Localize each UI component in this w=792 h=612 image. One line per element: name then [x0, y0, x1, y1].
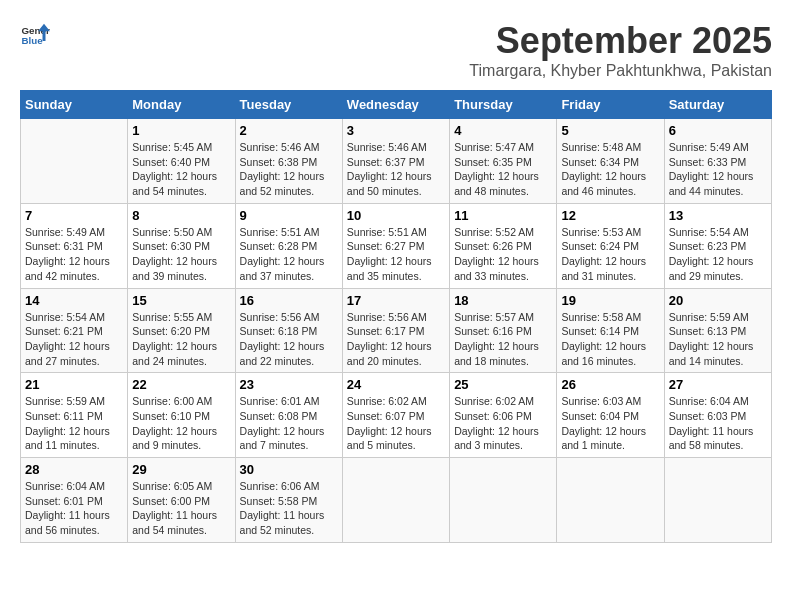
day-number: 4: [454, 123, 552, 138]
month-title: September 2025: [469, 20, 772, 62]
col-header-friday: Friday: [557, 91, 664, 119]
day-number: 27: [669, 377, 767, 392]
day-info: Sunrise: 5:58 AMSunset: 6:14 PMDaylight:…: [561, 310, 659, 369]
calendar-cell: 8Sunrise: 5:50 AMSunset: 6:30 PMDaylight…: [128, 203, 235, 288]
day-number: 9: [240, 208, 338, 223]
day-number: 28: [25, 462, 123, 477]
day-number: 26: [561, 377, 659, 392]
day-info: Sunrise: 5:54 AMSunset: 6:21 PMDaylight:…: [25, 310, 123, 369]
day-info: Sunrise: 5:45 AMSunset: 6:40 PMDaylight:…: [132, 140, 230, 199]
day-number: 13: [669, 208, 767, 223]
col-header-thursday: Thursday: [450, 91, 557, 119]
day-info: Sunrise: 5:57 AMSunset: 6:16 PMDaylight:…: [454, 310, 552, 369]
calendar-cell: 20Sunrise: 5:59 AMSunset: 6:13 PMDayligh…: [664, 288, 771, 373]
day-info: Sunrise: 5:49 AMSunset: 6:31 PMDaylight:…: [25, 225, 123, 284]
day-info: Sunrise: 5:46 AMSunset: 6:37 PMDaylight:…: [347, 140, 445, 199]
calendar-cell: 21Sunrise: 5:59 AMSunset: 6:11 PMDayligh…: [21, 373, 128, 458]
calendar-cell: 1Sunrise: 5:45 AMSunset: 6:40 PMDaylight…: [128, 119, 235, 204]
day-info: Sunrise: 5:54 AMSunset: 6:23 PMDaylight:…: [669, 225, 767, 284]
calendar-cell: 18Sunrise: 5:57 AMSunset: 6:16 PMDayligh…: [450, 288, 557, 373]
day-number: 14: [25, 293, 123, 308]
day-info: Sunrise: 5:46 AMSunset: 6:38 PMDaylight:…: [240, 140, 338, 199]
day-number: 10: [347, 208, 445, 223]
calendar-cell: 13Sunrise: 5:54 AMSunset: 6:23 PMDayligh…: [664, 203, 771, 288]
logo: General Blue: [20, 20, 50, 50]
day-info: Sunrise: 6:04 AMSunset: 6:01 PMDaylight:…: [25, 479, 123, 538]
calendar-cell: 26Sunrise: 6:03 AMSunset: 6:04 PMDayligh…: [557, 373, 664, 458]
day-number: 20: [669, 293, 767, 308]
title-area: September 2025 Timargara, Khyber Pakhtun…: [469, 20, 772, 80]
calendar-cell: 30Sunrise: 6:06 AMSunset: 5:58 PMDayligh…: [235, 458, 342, 543]
day-info: Sunrise: 5:47 AMSunset: 6:35 PMDaylight:…: [454, 140, 552, 199]
day-number: 21: [25, 377, 123, 392]
day-number: 2: [240, 123, 338, 138]
calendar-cell: 6Sunrise: 5:49 AMSunset: 6:33 PMDaylight…: [664, 119, 771, 204]
week-row-4: 21Sunrise: 5:59 AMSunset: 6:11 PMDayligh…: [21, 373, 772, 458]
col-header-monday: Monday: [128, 91, 235, 119]
day-info: Sunrise: 5:50 AMSunset: 6:30 PMDaylight:…: [132, 225, 230, 284]
header: General Blue September 2025 Timargara, K…: [20, 20, 772, 80]
calendar-cell: 11Sunrise: 5:52 AMSunset: 6:26 PMDayligh…: [450, 203, 557, 288]
calendar-cell: 3Sunrise: 5:46 AMSunset: 6:37 PMDaylight…: [342, 119, 449, 204]
day-number: 7: [25, 208, 123, 223]
calendar-cell: 15Sunrise: 5:55 AMSunset: 6:20 PMDayligh…: [128, 288, 235, 373]
calendar-cell: 7Sunrise: 5:49 AMSunset: 6:31 PMDaylight…: [21, 203, 128, 288]
calendar-cell: 29Sunrise: 6:05 AMSunset: 6:00 PMDayligh…: [128, 458, 235, 543]
day-info: Sunrise: 6:06 AMSunset: 5:58 PMDaylight:…: [240, 479, 338, 538]
day-number: 6: [669, 123, 767, 138]
day-info: Sunrise: 5:51 AMSunset: 6:27 PMDaylight:…: [347, 225, 445, 284]
calendar-cell: 16Sunrise: 5:56 AMSunset: 6:18 PMDayligh…: [235, 288, 342, 373]
day-number: 25: [454, 377, 552, 392]
day-info: Sunrise: 5:56 AMSunset: 6:17 PMDaylight:…: [347, 310, 445, 369]
subtitle: Timargara, Khyber Pakhtunkhwa, Pakistan: [469, 62, 772, 80]
day-number: 18: [454, 293, 552, 308]
day-number: 11: [454, 208, 552, 223]
day-info: Sunrise: 6:04 AMSunset: 6:03 PMDaylight:…: [669, 394, 767, 453]
day-number: 17: [347, 293, 445, 308]
day-info: Sunrise: 5:55 AMSunset: 6:20 PMDaylight:…: [132, 310, 230, 369]
week-row-1: 1Sunrise: 5:45 AMSunset: 6:40 PMDaylight…: [21, 119, 772, 204]
day-info: Sunrise: 6:00 AMSunset: 6:10 PMDaylight:…: [132, 394, 230, 453]
calendar-cell: 19Sunrise: 5:58 AMSunset: 6:14 PMDayligh…: [557, 288, 664, 373]
day-info: Sunrise: 6:02 AMSunset: 6:06 PMDaylight:…: [454, 394, 552, 453]
day-info: Sunrise: 6:01 AMSunset: 6:08 PMDaylight:…: [240, 394, 338, 453]
day-info: Sunrise: 6:02 AMSunset: 6:07 PMDaylight:…: [347, 394, 445, 453]
calendar-cell: 27Sunrise: 6:04 AMSunset: 6:03 PMDayligh…: [664, 373, 771, 458]
day-info: Sunrise: 5:56 AMSunset: 6:18 PMDaylight:…: [240, 310, 338, 369]
day-number: 22: [132, 377, 230, 392]
day-number: 5: [561, 123, 659, 138]
svg-text:Blue: Blue: [22, 35, 44, 46]
logo-icon: General Blue: [20, 20, 50, 50]
day-number: 1: [132, 123, 230, 138]
calendar-cell: 12Sunrise: 5:53 AMSunset: 6:24 PMDayligh…: [557, 203, 664, 288]
day-number: 23: [240, 377, 338, 392]
day-number: 24: [347, 377, 445, 392]
calendar-cell: 9Sunrise: 5:51 AMSunset: 6:28 PMDaylight…: [235, 203, 342, 288]
day-info: Sunrise: 5:49 AMSunset: 6:33 PMDaylight:…: [669, 140, 767, 199]
day-number: 3: [347, 123, 445, 138]
week-row-3: 14Sunrise: 5:54 AMSunset: 6:21 PMDayligh…: [21, 288, 772, 373]
calendar-cell: 28Sunrise: 6:04 AMSunset: 6:01 PMDayligh…: [21, 458, 128, 543]
calendar-cell: 5Sunrise: 5:48 AMSunset: 6:34 PMDaylight…: [557, 119, 664, 204]
calendar-table: SundayMondayTuesdayWednesdayThursdayFrid…: [20, 90, 772, 543]
col-header-tuesday: Tuesday: [235, 91, 342, 119]
day-info: Sunrise: 5:59 AMSunset: 6:11 PMDaylight:…: [25, 394, 123, 453]
calendar-cell: [557, 458, 664, 543]
day-info: Sunrise: 5:52 AMSunset: 6:26 PMDaylight:…: [454, 225, 552, 284]
day-number: 8: [132, 208, 230, 223]
week-row-5: 28Sunrise: 6:04 AMSunset: 6:01 PMDayligh…: [21, 458, 772, 543]
calendar-cell: [450, 458, 557, 543]
calendar-cell: 17Sunrise: 5:56 AMSunset: 6:17 PMDayligh…: [342, 288, 449, 373]
day-number: 15: [132, 293, 230, 308]
calendar-cell: 4Sunrise: 5:47 AMSunset: 6:35 PMDaylight…: [450, 119, 557, 204]
calendar-cell: 23Sunrise: 6:01 AMSunset: 6:08 PMDayligh…: [235, 373, 342, 458]
day-info: Sunrise: 5:48 AMSunset: 6:34 PMDaylight:…: [561, 140, 659, 199]
day-info: Sunrise: 5:53 AMSunset: 6:24 PMDaylight:…: [561, 225, 659, 284]
day-number: 29: [132, 462, 230, 477]
calendar-cell: [664, 458, 771, 543]
day-number: 12: [561, 208, 659, 223]
calendar-cell: 22Sunrise: 6:00 AMSunset: 6:10 PMDayligh…: [128, 373, 235, 458]
day-info: Sunrise: 6:03 AMSunset: 6:04 PMDaylight:…: [561, 394, 659, 453]
calendar-cell: 25Sunrise: 6:02 AMSunset: 6:06 PMDayligh…: [450, 373, 557, 458]
calendar-cell: 14Sunrise: 5:54 AMSunset: 6:21 PMDayligh…: [21, 288, 128, 373]
